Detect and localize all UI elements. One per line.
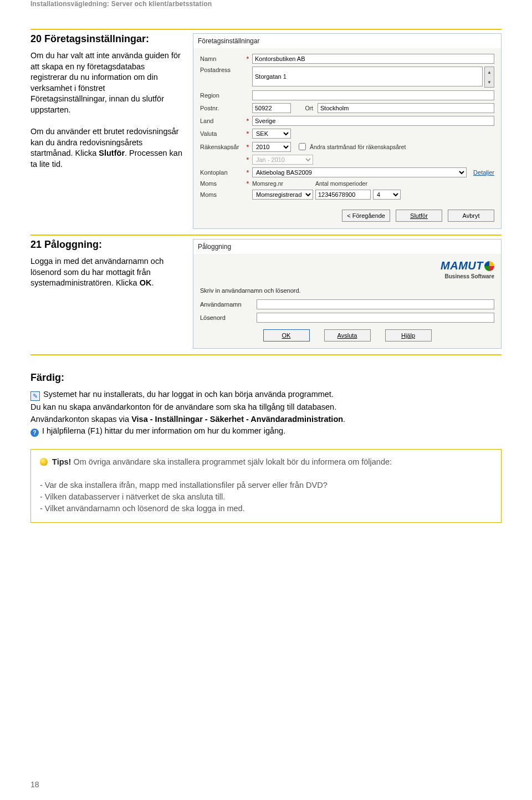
- land-input[interactable]: [252, 116, 494, 126]
- finish-button[interactable]: Slutför: [396, 210, 442, 222]
- momsperioder-select[interactable]: 4: [373, 190, 401, 200]
- tips-lead: Tips!: [52, 457, 71, 466]
- tips-bullet-1: - Var de ska installera ifrån, mapp med …: [40, 481, 328, 490]
- change-startmonth-checkbox[interactable]: Ändra startmånad för räkenskapsåret: [296, 141, 406, 152]
- label-postadress: Postadress: [200, 67, 243, 73]
- page-number: 18: [30, 780, 39, 789]
- label-kontoplan: Kontoplan: [200, 169, 243, 176]
- detaljer-link[interactable]: Detaljer: [473, 169, 494, 176]
- password-input[interactable]: [257, 313, 494, 323]
- section-20-body: Om du har valt att inte använda guiden f…: [30, 50, 183, 170]
- postadress-input[interactable]: [252, 67, 483, 86]
- label-moms: Moms: [200, 191, 243, 198]
- required-marker: *: [245, 55, 250, 62]
- label-password: Lösenord: [200, 314, 251, 321]
- namn-input[interactable]: [252, 54, 494, 64]
- divider: [30, 354, 502, 355]
- label-land: Land: [200, 118, 243, 124]
- required-marker: *: [245, 169, 250, 176]
- momsreg-select[interactable]: Momsregistrerad: [252, 190, 313, 200]
- fardig-heading: Färdig:: [30, 372, 502, 384]
- kontoplan-select[interactable]: Aktiebolag BAS2009: [252, 167, 467, 177]
- valuta-select[interactable]: SEK: [252, 129, 291, 139]
- prev-button[interactable]: < Föregående: [342, 210, 390, 222]
- login-instruction: Skriv in användarnamn och lösenord.: [200, 287, 494, 294]
- check-icon: ✎: [30, 391, 40, 401]
- info-icon: ?: [30, 429, 39, 437]
- fardig-line-2: Du kan nu skapa användarkonton för de an…: [30, 402, 502, 413]
- avsluta-button[interactable]: Avsluta: [324, 329, 371, 342]
- ok-button[interactable]: OK: [263, 329, 310, 342]
- label-valuta: Valuta: [200, 130, 243, 137]
- momsregnr-input[interactable]: [315, 190, 371, 200]
- label-postnr: Postnr.: [200, 105, 243, 111]
- label-moms: Moms: [200, 180, 243, 187]
- section-20-heading: 20 Företagsinställningar:: [30, 33, 183, 45]
- required-marker: *: [245, 118, 250, 124]
- cancel-button[interactable]: Avbryt: [448, 210, 494, 222]
- mamut-logo: MAMUT Business Software: [200, 259, 494, 279]
- divider: [30, 235, 502, 236]
- bulb-icon: [40, 458, 48, 466]
- section-21-heading: 21 Påloggning:: [30, 239, 183, 251]
- tips-box: Tips! Om övriga användare ska installera…: [30, 449, 502, 523]
- fardig-line-3: Användarkonton skapas via Visa - Inställ…: [30, 414, 502, 425]
- startmonth-select: Jan - 2010: [252, 155, 313, 165]
- window-title: Påloggning: [193, 240, 501, 254]
- label-rakenskapsar: Räkenskapsår: [200, 144, 243, 150]
- hjalp-button[interactable]: Hjälp: [385, 329, 432, 342]
- label-username: Användarnamn: [200, 301, 251, 308]
- section-21-body: Logga in med det användarnamn och löseno…: [30, 256, 183, 289]
- postnr-input[interactable]: [252, 103, 291, 113]
- ort-input[interactable]: [318, 103, 494, 113]
- tips-bullet-3: - Vilket användarnamn och lösenord de sk…: [40, 504, 245, 513]
- username-input[interactable]: [257, 299, 494, 309]
- label-ort: Ort: [293, 105, 315, 111]
- fardig-line-1: ✎Systemet har nu installerats, du har lo…: [30, 389, 502, 401]
- header-title: Installationsvägledning: Server och klie…: [30, 0, 502, 8]
- logo-wheel-icon: [484, 261, 494, 271]
- required-marker: *: [245, 156, 250, 163]
- region-input[interactable]: [252, 90, 494, 100]
- rakenskapsar-select[interactable]: 2010: [252, 142, 291, 152]
- required-marker: *: [245, 130, 250, 137]
- required-marker: *: [245, 180, 250, 187]
- label-region: Region: [200, 92, 243, 99]
- label-momsregnr: Momsreg.nr: [252, 180, 313, 187]
- window-title: Företagsinställningar: [193, 34, 501, 48]
- required-marker: *: [245, 144, 250, 150]
- tips-intro: Om övriga användare ska installera progr…: [71, 457, 392, 466]
- label-antal-momsperioder: Antal momsperioder: [315, 180, 494, 187]
- login-window: Påloggning MAMUT Business Software Skriv…: [193, 239, 502, 349]
- fardig-line-4: ?I hjälpfilerna (F1) hittar du mer infor…: [30, 426, 502, 437]
- tips-bullet-2: - Vilken databasserver i nätverket de sk…: [40, 492, 225, 501]
- company-settings-window: Företagsinställningar Namn * Postadress …: [193, 33, 502, 229]
- label-namn: Namn: [200, 55, 243, 62]
- postadress-scrollbar[interactable]: ▲▼: [484, 67, 494, 88]
- divider: [30, 29, 502, 30]
